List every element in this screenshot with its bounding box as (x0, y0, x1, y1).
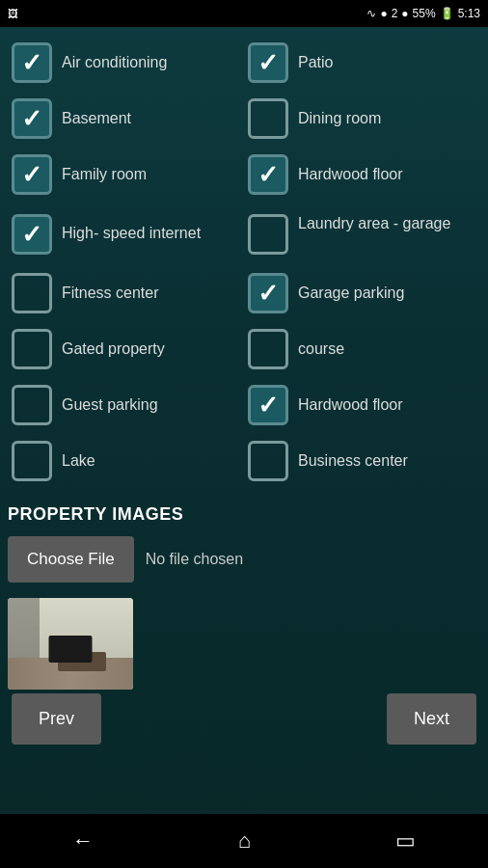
next-button[interactable]: Next (387, 693, 476, 745)
list-item[interactable]: ✓ Basement (8, 91, 244, 147)
checkmark-icon: ✓ (258, 281, 279, 306)
list-item[interactable]: Dining room (244, 91, 480, 147)
back-icon[interactable]: ← (72, 828, 94, 854)
prev-button[interactable]: Prev (12, 693, 101, 745)
checkbox-garage-parking[interactable]: ✓ (248, 273, 288, 313)
checkmark-icon: ✓ (21, 106, 42, 131)
time-display: 5:13 (458, 7, 480, 20)
status-bar: 🖼 ∿ ● 2 ● 55% 🔋 5:13 (0, 0, 488, 27)
garage-parking-label: Garage parking (298, 284, 404, 304)
signal-bars-2: ● (401, 7, 408, 20)
list-item[interactable]: ✓ Patio (244, 35, 480, 91)
checkmark-icon: ✓ (21, 162, 42, 187)
family-room-label: Family room (62, 165, 147, 185)
lake-label: Lake (62, 451, 95, 472)
list-item[interactable]: ✓ Garage parking (244, 265, 480, 321)
gated-property-label: Gated property (62, 339, 165, 360)
list-item[interactable]: Business center (244, 433, 480, 489)
checkbox-hardwood-floor-1[interactable]: ✓ (248, 154, 288, 195)
recent-apps-icon[interactable]: ▭ (395, 828, 416, 854)
list-item[interactable]: ✓ Air conditioning (8, 35, 244, 91)
wifi-icon: ∿ (366, 7, 376, 20)
photo-icon: 🖼 (8, 8, 18, 19)
checkmark-icon: ✓ (258, 162, 279, 187)
air-conditioning-label: Air conditioning (62, 53, 167, 73)
status-left: 🖼 (8, 8, 18, 19)
checkbox-gated-property[interactable] (12, 329, 52, 369)
list-item[interactable]: Fitness center (8, 265, 244, 321)
choose-file-button[interactable]: Choose File (8, 536, 134, 583)
property-images-section: PROPERTY IMAGES Choose File No file chos… (8, 504, 480, 690)
checkbox-guest-parking[interactable] (12, 385, 52, 425)
list-item[interactable]: Laundry area - garage (244, 203, 480, 265)
checkbox-grid: ✓ Air conditioning ✓ Patio ✓ Basement Di… (8, 35, 480, 489)
file-upload-row: Choose File No file chosen (8, 536, 480, 583)
room-image (8, 598, 133, 690)
list-item[interactable]: ✓ High- speed internet (8, 203, 244, 265)
checkmark-icon: ✓ (21, 50, 42, 75)
hardwood-floor-1-label: Hardwood floor (298, 165, 403, 185)
checkbox-air-conditioning[interactable]: ✓ (12, 42, 52, 83)
checkbox-hardwood-floor-2[interactable]: ✓ (248, 385, 288, 425)
checkbox-basement[interactable]: ✓ (12, 98, 52, 139)
status-right: ∿ ● 2 ● 55% 🔋 5:13 (366, 7, 480, 20)
laundry-area-label: Laundry area - garage (298, 214, 450, 234)
checkbox-business-center[interactable] (248, 441, 288, 481)
main-content: ✓ Air conditioning ✓ Patio ✓ Basement Di… (0, 27, 488, 810)
list-item[interactable]: Guest parking (8, 377, 244, 433)
battery-icon: 🔋 (440, 7, 454, 20)
system-bar: ← ⌂ ▭ (0, 814, 488, 868)
basement-label: Basement (62, 109, 131, 129)
hardwood-floor-2-label: Hardwood floor (298, 395, 403, 416)
dining-room-label: Dining room (298, 109, 381, 129)
list-item[interactable]: Lake (8, 433, 244, 489)
checkbox-dining-room[interactable] (248, 98, 288, 139)
checkbox-course[interactable] (248, 329, 288, 369)
checkbox-fitness-center[interactable] (12, 273, 52, 313)
checkbox-lake[interactable] (12, 441, 52, 481)
business-center-label: Business center (298, 451, 408, 472)
signal-bars: ● (380, 7, 387, 20)
list-item[interactable]: ✓ Family room (8, 147, 244, 203)
home-icon[interactable]: ⌂ (238, 828, 251, 854)
checkbox-family-room[interactable]: ✓ (12, 154, 52, 195)
checkbox-patio[interactable]: ✓ (248, 42, 288, 83)
property-image-thumbnail (8, 598, 133, 690)
battery-percent: 55% (413, 7, 436, 20)
television (49, 636, 93, 663)
list-item[interactable]: ✓ Hardwood floor (244, 377, 480, 433)
high-speed-internet-label: High- speed internet (62, 224, 201, 244)
list-item[interactable]: course (244, 321, 480, 377)
list-item[interactable]: Gated property (8, 321, 244, 377)
section-title: PROPERTY IMAGES (8, 504, 480, 525)
course-label: course (298, 339, 344, 360)
checkmark-icon: ✓ (258, 393, 279, 418)
checkmark-icon: ✓ (258, 50, 279, 75)
guest-parking-label: Guest parking (62, 395, 158, 416)
checkbox-high-speed-internet[interactable]: ✓ (12, 214, 52, 255)
list-item[interactable]: ✓ Hardwood floor (244, 147, 480, 203)
bottom-navigation: Prev Next (0, 682, 488, 756)
network-indicator: 2 (392, 7, 398, 20)
fitness-center-label: Fitness center (62, 284, 158, 304)
checkbox-laundry-area[interactable] (248, 214, 288, 255)
file-name-display: No file chosen (146, 551, 243, 568)
checkmark-icon: ✓ (21, 222, 42, 247)
patio-label: Patio (298, 53, 333, 73)
